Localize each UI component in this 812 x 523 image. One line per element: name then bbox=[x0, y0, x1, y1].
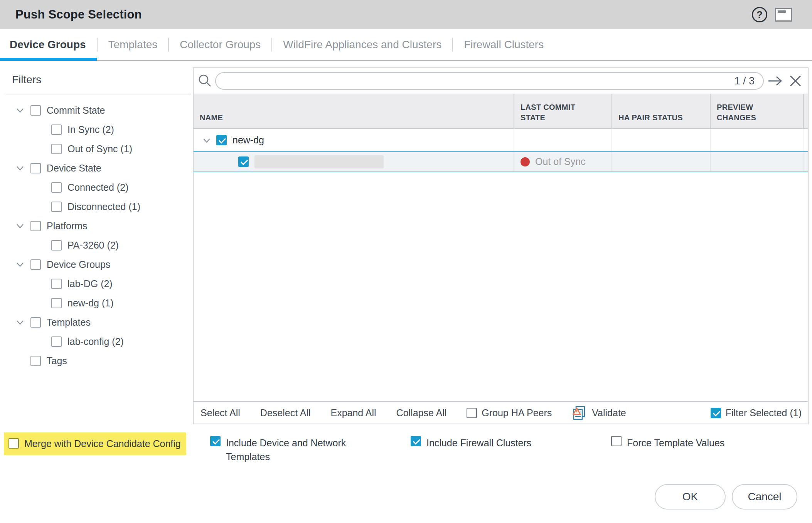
filter-checkbox[interactable] bbox=[51, 124, 62, 135]
ha-pair-status-cell bbox=[612, 152, 710, 172]
filter-checkbox[interactable] bbox=[30, 221, 41, 231]
filter-checkbox[interactable] bbox=[51, 336, 62, 347]
chevron-down-icon[interactable] bbox=[15, 259, 25, 269]
filter-item-commit-state[interactable]: Commit State bbox=[6, 101, 191, 120]
filter-item-in-sync[interactable]: In Sync (2) bbox=[6, 120, 191, 139]
table-footer-toolbar: Select All Deselect All Expand All Colla… bbox=[194, 401, 808, 424]
force-template-values-checkbox[interactable] bbox=[611, 436, 622, 446]
chevron-down-icon[interactable] bbox=[15, 163, 25, 173]
preview-changes-cell bbox=[710, 129, 803, 151]
filter-label[interactable]: Connected (2) bbox=[67, 182, 128, 193]
tab-firewall-clusters[interactable]: Firewall Clusters bbox=[453, 29, 554, 60]
filter-item-templates[interactable]: Templates bbox=[6, 313, 191, 332]
table-row-selected[interactable]: Out of Sync bbox=[194, 151, 808, 172]
select-all-button[interactable]: Select All bbox=[200, 407, 240, 419]
filter-checkbox[interactable] bbox=[51, 279, 62, 289]
filters-heading: Filters bbox=[6, 71, 191, 94]
column-header-last-commit-state[interactable]: LAST COMMIT STATE bbox=[514, 94, 612, 128]
merge-candidate-config-option[interactable]: Merge with Device Candidate Config bbox=[4, 432, 186, 455]
row-checkbox[interactable] bbox=[216, 135, 227, 145]
search-row: 1 / 3 bbox=[194, 68, 808, 94]
force-template-values-option[interactable]: Force Template Values bbox=[611, 436, 724, 450]
filter-label[interactable]: Disconnected (1) bbox=[67, 201, 140, 212]
filter-label[interactable]: lab-config (2) bbox=[67, 336, 124, 347]
collapse-all-button[interactable]: Collapse All bbox=[396, 407, 447, 419]
search-input[interactable] bbox=[216, 76, 734, 87]
filter-label[interactable]: Tags bbox=[47, 355, 67, 367]
clear-search-icon[interactable] bbox=[787, 74, 804, 88]
tab-collector-groups[interactable]: Collector Groups bbox=[169, 29, 271, 60]
filter-item-connected[interactable]: Connected (2) bbox=[6, 178, 191, 197]
search-icon bbox=[197, 73, 213, 89]
filter-item-lab-config[interactable]: lab-config (2) bbox=[6, 332, 191, 351]
column-header-preview-changes[interactable]: PREVIEW CHANGES bbox=[710, 94, 803, 128]
push-options-row: Merge with Device Candidate Config Inclu… bbox=[0, 431, 812, 477]
merge-candidate-config-checkbox[interactable] bbox=[8, 438, 19, 449]
filter-checkbox[interactable] bbox=[51, 144, 62, 154]
filter-item-platforms[interactable]: Platforms bbox=[6, 216, 191, 235]
include-firewall-clusters-option[interactable]: Include Firewall Clusters bbox=[411, 436, 531, 450]
force-template-values-label[interactable]: Force Template Values bbox=[627, 436, 724, 450]
deselect-all-button[interactable]: Deselect All bbox=[260, 407, 311, 419]
filter-checkbox[interactable] bbox=[30, 317, 41, 328]
include-firewall-clusters-checkbox[interactable] bbox=[411, 436, 421, 446]
table-row[interactable]: new-dg bbox=[194, 129, 808, 151]
filter-label[interactable]: PA-3260 (2) bbox=[67, 240, 119, 251]
expand-all-button[interactable]: Expand All bbox=[330, 407, 376, 419]
row-checkbox[interactable] bbox=[238, 156, 249, 167]
group-ha-peers-label[interactable]: Group HA Peers bbox=[482, 407, 552, 419]
include-device-network-templates-option[interactable]: Include Device and Network Templates bbox=[210, 436, 355, 464]
filter-label[interactable]: Templates bbox=[47, 317, 91, 328]
filter-label[interactable]: Platforms bbox=[47, 220, 88, 232]
include-firewall-clusters-label[interactable]: Include Firewall Clusters bbox=[426, 436, 531, 450]
filter-item-disconnected[interactable]: Disconnected (1) bbox=[6, 197, 191, 216]
filter-label[interactable]: lab-DG (2) bbox=[67, 278, 113, 289]
window-icon[interactable] bbox=[775, 8, 792, 22]
tab-device-groups[interactable]: Device Groups bbox=[0, 29, 97, 60]
next-match-arrow-icon[interactable] bbox=[767, 74, 784, 88]
filter-item-lab-dg[interactable]: lab-DG (2) bbox=[6, 274, 191, 293]
tab-wildfire-appliances[interactable]: WildFire Appliances and Clusters bbox=[272, 29, 452, 60]
include-device-network-templates-checkbox[interactable] bbox=[210, 436, 221, 446]
filter-checkbox[interactable] bbox=[30, 259, 41, 270]
filter-item-device-state[interactable]: Device State bbox=[6, 158, 191, 178]
column-header-ha-pair-status[interactable]: HA PAIR STATUS bbox=[612, 94, 710, 128]
ok-button[interactable]: OK bbox=[655, 484, 726, 510]
filter-checkbox[interactable] bbox=[51, 202, 62, 212]
filter-item-new-dg[interactable]: new-dg (1) bbox=[6, 293, 191, 313]
filter-checkbox[interactable] bbox=[30, 163, 41, 173]
filter-checkbox[interactable] bbox=[51, 240, 62, 251]
filter-selected-checkbox[interactable] bbox=[711, 408, 721, 418]
filter-checkbox[interactable] bbox=[51, 298, 62, 308]
filter-item-tags[interactable]: Tags bbox=[6, 351, 191, 370]
filter-label[interactable]: Device State bbox=[47, 163, 101, 174]
table-empty-area bbox=[194, 172, 808, 401]
validate-button[interactable]: Validate bbox=[572, 405, 626, 420]
chevron-down-icon[interactable] bbox=[15, 105, 25, 115]
group-ha-peers-option[interactable]: Group HA Peers bbox=[467, 407, 552, 419]
filter-item-pa-3260[interactable]: PA-3260 (2) bbox=[6, 235, 191, 255]
tab-templates[interactable]: Templates bbox=[98, 29, 168, 60]
cancel-button[interactable]: Cancel bbox=[732, 484, 797, 510]
group-ha-peers-checkbox[interactable] bbox=[467, 408, 477, 418]
validate-label[interactable]: Validate bbox=[592, 407, 626, 419]
filter-selected-label[interactable]: Filter Selected (1) bbox=[726, 407, 802, 419]
filter-checkbox[interactable] bbox=[51, 182, 62, 193]
filter-label[interactable]: Commit State bbox=[47, 105, 105, 116]
help-icon[interactable]: ? bbox=[752, 7, 767, 22]
filter-item-out-of-sync[interactable]: Out of Sync (1) bbox=[6, 139, 191, 158]
filter-selected-option[interactable]: Filter Selected (1) bbox=[711, 407, 802, 419]
filter-item-device-groups[interactable]: Device Groups bbox=[6, 255, 191, 274]
filter-checkbox[interactable] bbox=[30, 105, 41, 116]
merge-candidate-config-label[interactable]: Merge with Device Candidate Config bbox=[24, 436, 181, 451]
filter-checkbox[interactable] bbox=[30, 356, 41, 366]
chevron-down-icon[interactable] bbox=[15, 221, 25, 231]
filter-label[interactable]: In Sync (2) bbox=[67, 124, 114, 135]
include-device-network-templates-label[interactable]: Include Device and Network Templates bbox=[226, 436, 355, 464]
filter-label[interactable]: Device Groups bbox=[47, 259, 110, 270]
chevron-down-icon[interactable] bbox=[15, 317, 25, 327]
filter-label[interactable]: new-dg (1) bbox=[67, 298, 114, 309]
filter-label[interactable]: Out of Sync (1) bbox=[67, 143, 132, 155]
chevron-down-icon[interactable] bbox=[202, 135, 212, 145]
column-header-name[interactable]: NAME bbox=[194, 94, 514, 128]
